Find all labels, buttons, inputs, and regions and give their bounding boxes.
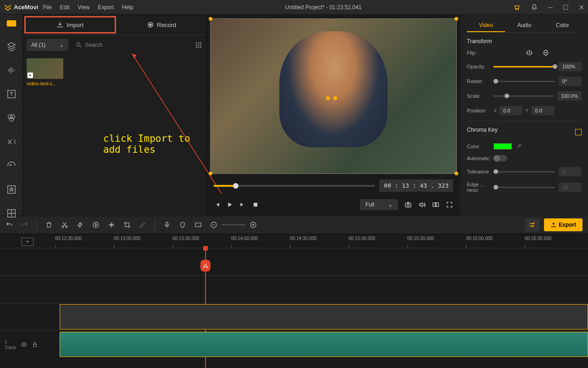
voiceover-icon[interactable] (163, 221, 171, 229)
track-body[interactable] (60, 331, 588, 358)
delete-icon[interactable] (45, 221, 53, 229)
search-icon (76, 42, 82, 48)
sidebar-split-icon[interactable] (6, 208, 17, 218)
zoom-out-icon[interactable] (210, 221, 217, 229)
opacity-value[interactable]: 100% (559, 62, 582, 71)
resize-handle[interactable] (209, 172, 212, 175)
edge-slider[interactable] (494, 187, 555, 188)
scale-slider[interactable] (494, 95, 554, 97)
menu-view[interactable]: View (78, 4, 90, 11)
media-thumbnail[interactable]: video-test-c... (27, 58, 63, 86)
sidebar-filters-icon[interactable] (6, 113, 17, 123)
lock-icon[interactable] (32, 341, 38, 348)
close-button[interactable]: ✕ (579, 4, 584, 11)
track-body[interactable] (60, 303, 588, 330)
sidebar-animations-icon[interactable] (6, 161, 17, 171)
zoom-slider[interactable] (222, 224, 245, 225)
svg-rect-10 (196, 42, 197, 44)
seek-bar[interactable] (214, 185, 375, 187)
position-x-value[interactable]: 0.0 (499, 106, 522, 115)
time-ruler[interactable]: + 00:12:30.00000:13:00.00000:13:30.00000… (0, 234, 588, 248)
speed-icon[interactable] (77, 221, 84, 229)
sidebar-layers-icon[interactable] (6, 41, 17, 51)
add-track-button[interactable]: + (22, 238, 33, 246)
auto-toggle[interactable] (494, 155, 507, 162)
edge-value[interactable]: 10 (559, 183, 582, 192)
menu-export[interactable]: Export (98, 4, 114, 11)
rotate-slider[interactable] (494, 81, 555, 82)
tolerance-slider[interactable] (494, 171, 555, 173)
svg-rect-20 (254, 203, 257, 206)
scale-value[interactable]: 100.0% (557, 91, 582, 100)
menu-file[interactable]: File (43, 4, 51, 11)
fullscreen-icon[interactable] (446, 201, 453, 208)
redo-icon[interactable] (21, 221, 28, 229)
snapshot-icon[interactable] (405, 201, 412, 208)
search-placeholder: Search (85, 42, 102, 48)
maximize-button[interactable]: ☐ (563, 4, 569, 11)
resize-handle[interactable] (326, 96, 330, 100)
tab-audio[interactable]: Audio (505, 19, 543, 32)
compare-icon[interactable] (432, 201, 439, 208)
track-body[interactable] (60, 276, 588, 303)
timestamp: 00:15:00.000 (349, 236, 375, 241)
volume-icon[interactable] (418, 201, 426, 208)
import-tab[interactable]: Import (24, 16, 116, 33)
flip-vertical-icon[interactable] (542, 49, 549, 56)
chroma-color-swatch[interactable] (494, 143, 512, 150)
crop-icon[interactable] (123, 221, 131, 229)
tab-color[interactable]: Color (544, 19, 582, 32)
resize-handle[interactable] (455, 17, 458, 21)
sidebar-media-icon[interactable] (6, 19, 17, 28)
play-button[interactable] (227, 201, 233, 208)
audio-clip[interactable] (60, 332, 588, 357)
project-title: Untitled Project* - 01:23:52.041 (133, 4, 513, 11)
menu-help[interactable]: Help (122, 4, 133, 11)
next-frame-button[interactable] (239, 201, 246, 208)
position-y-value[interactable]: 0.0 (532, 106, 555, 115)
ratio-icon[interactable] (194, 221, 202, 229)
sidebar-transitions-icon[interactable] (6, 137, 17, 147)
cart-icon[interactable] (513, 4, 521, 11)
bell-icon[interactable] (531, 4, 538, 11)
play-badge-icon (28, 72, 33, 78)
resize-handle[interactable] (209, 17, 212, 21)
edit-icon[interactable] (139, 221, 146, 229)
visibility-icon[interactable] (21, 341, 27, 348)
zoom-in-icon[interactable] (250, 221, 257, 229)
rotate-value[interactable]: 0° (559, 77, 582, 86)
video-clip[interactable] (60, 304, 588, 329)
resize-handle[interactable] (333, 96, 337, 100)
track-body[interactable] (60, 248, 588, 275)
record-tab[interactable]: Record (117, 15, 206, 35)
tag-icon[interactable] (179, 221, 186, 229)
export-button[interactable]: Export (544, 218, 582, 231)
track-row (0, 275, 588, 303)
sidebar-audio-icon[interactable] (6, 65, 17, 75)
undo-icon[interactable] (6, 221, 13, 229)
stop-button[interactable] (252, 201, 259, 208)
record-icon (147, 21, 154, 28)
resize-handle[interactable] (455, 172, 458, 175)
size-dropdown[interactable]: Full⌄ (360, 199, 398, 210)
marker-icon[interactable] (108, 221, 115, 229)
cut-icon[interactable] (61, 221, 68, 229)
opacity-slider[interactable] (494, 66, 555, 67)
menu-edit[interactable]: Edit (60, 4, 70, 11)
video-preview[interactable] (210, 18, 457, 174)
grid-view-icon[interactable] (195, 41, 202, 49)
reverse-icon[interactable] (92, 221, 100, 229)
sidebar-text-icon[interactable] (6, 89, 17, 99)
tolerance-value[interactable]: 5 (559, 167, 582, 176)
filter-dropdown[interactable]: All (1) ⌄ (27, 39, 68, 51)
chroma-checkbox[interactable] (575, 129, 582, 135)
sidebar-elements-icon[interactable] (6, 184, 17, 195)
settings-button[interactable] (525, 218, 539, 231)
flip-horizontal-icon[interactable] (526, 49, 533, 56)
tab-video[interactable]: Video (467, 19, 505, 32)
minimize-button[interactable]: ─ (548, 4, 553, 11)
eyedropper-icon[interactable] (516, 143, 522, 150)
filter-dropdown-label: All (1) (31, 42, 45, 48)
prev-frame-button[interactable] (214, 201, 220, 208)
search-input[interactable]: Search (73, 39, 190, 51)
